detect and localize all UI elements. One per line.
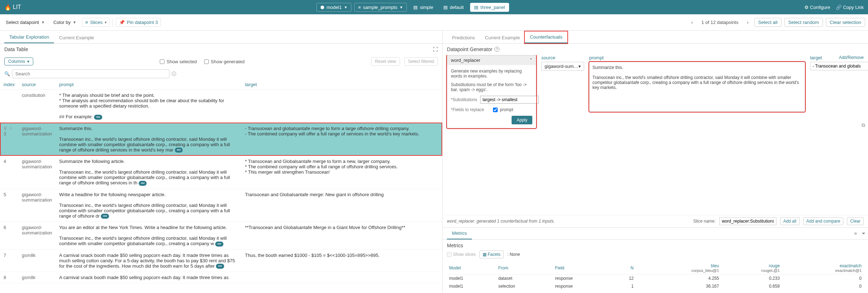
source-label: source (541, 55, 584, 60)
substitutions-input[interactable] (480, 96, 539, 104)
columns-button[interactable]: Columns▾ (4, 58, 33, 65)
app-name: LIT (13, 4, 21, 10)
reset-view-button[interactable]: Reset view (371, 57, 400, 66)
gear-icon: ⚙ (804, 5, 809, 10)
prompt-label: prompt (589, 55, 805, 60)
col-model[interactable]: Model (447, 262, 496, 274)
help-icon[interactable]: ⓘ (172, 71, 176, 77)
pin-datapoint-button[interactable]: 📌Pin datapoint 3 (116, 18, 161, 27)
select-datapoint-dropdown[interactable]: Select datapoint▼ (3, 18, 48, 26)
more-icon[interactable]: ••• (175, 148, 183, 153)
tab-counterfactuals[interactable]: Counterfactuals (525, 31, 567, 43)
drag-icon[interactable]: ≡ (852, 229, 859, 238)
pin-icon[interactable]: ⚲ (4, 126, 7, 131)
caret-down-icon: ▼ (399, 5, 403, 9)
selection-toolbar: Select datapoint▼ Color by▼ ≡Slices▾ 📌Pi… (0, 14, 868, 31)
add-remove-link[interactable]: Add/Remove (839, 55, 864, 60)
caret-down-icon: ▼ (344, 5, 347, 9)
add-all-button[interactable]: Add all (780, 217, 800, 225)
tab-metrics[interactable]: Metrics (447, 228, 472, 239)
col-target[interactable]: target (241, 80, 442, 90)
caret-down-icon: ▾ (27, 59, 29, 64)
model-selector[interactable]: ⬢model1▼ (316, 3, 351, 12)
show-generated-checkbox[interactable]: Show generated (204, 59, 245, 64)
layout-icon: ▤ (443, 5, 448, 10)
col-rouge[interactable]: rougerougeL@1 (721, 262, 782, 274)
word-replacer-header[interactable]: word_replacer˄ (447, 55, 536, 65)
layout-default[interactable]: ▤default (440, 3, 467, 12)
paging-text: 1 of 12 datapoints (699, 18, 741, 26)
table-row[interactable]: 8 gsm8k A carnival snack booth made $50 … (0, 272, 442, 283)
col-index[interactable]: index (0, 80, 18, 90)
target-label: targetAdd/Remove (810, 55, 864, 60)
layout-simple[interactable]: ▤simple (410, 3, 437, 12)
more-icon[interactable]: ••• (215, 242, 223, 247)
search-input[interactable] (12, 69, 169, 78)
slice-name-input[interactable] (719, 217, 776, 225)
right-tabs: Predictions Current Example Counterfactu… (443, 31, 868, 44)
prompt-textbox[interactable]: Summarize this.Transocean inc., the worl… (589, 62, 805, 112)
table-row[interactable]: 5 gigaword-summarization Write a headlin… (0, 189, 442, 222)
more-icon[interactable]: ••• (94, 115, 102, 120)
more-icon[interactable]: ••• (101, 214, 109, 219)
col-source[interactable]: source (18, 80, 56, 90)
col-bleu[interactable]: bleucorpus_bleu@1 (636, 262, 721, 274)
clear-button[interactable]: Clear (847, 217, 864, 225)
apply-button[interactable]: Apply (512, 116, 532, 124)
data-table-title: Data Table (4, 46, 28, 52)
select-all-button[interactable]: Select all (754, 18, 781, 27)
metrics-row: model1selectionresponse136.1670.6580 (447, 282, 864, 290)
star-icon[interactable]: ☆ (9, 126, 13, 131)
copy-icon[interactable]: ⧉ (862, 122, 865, 128)
slices-dropdown[interactable]: ≡Slices▾ (82, 18, 109, 27)
layout-icon: ▤ (474, 5, 478, 10)
target-input[interactable] (810, 62, 868, 70)
col-exact[interactable]: exactmatchexactmatch@1 (782, 262, 864, 274)
table-row[interactable]: constitution * The analysis should be br… (0, 90, 442, 123)
tab-current-example[interactable]: Current Example (480, 32, 525, 43)
left-pane: Tabular Exploration Current Example Data… (0, 31, 443, 293)
table-row-selected[interactable]: ⚲☆3 gigaword-summarization Summarize thi… (0, 123, 442, 156)
table-row[interactable]: 6 gigaword-summarization You are an edit… (0, 222, 442, 250)
right-pane: Predictions Current Example Counterfactu… (443, 31, 868, 293)
link-icon: 🔗 (836, 5, 842, 10)
caret-down-icon: ▼ (73, 20, 77, 24)
select-random-button[interactable]: Select random (784, 18, 823, 27)
cube-icon: ⬢ (320, 5, 324, 10)
tab-tabular-exploration[interactable]: Tabular Exploration (4, 31, 54, 43)
col-n[interactable]: N (612, 262, 636, 274)
clear-selection-button[interactable]: Clear selection (826, 18, 865, 27)
next-datapoint-button[interactable]: › (744, 18, 751, 26)
select-filtered-button[interactable]: Select filtered (404, 57, 438, 66)
prev-datapoint-button[interactable]: ‹ (689, 18, 696, 26)
source-dropdown[interactable]: gigaword-summarization▾ (541, 62, 584, 71)
help-icon[interactable]: ? (494, 47, 499, 52)
layout-three-panel[interactable]: ▤three_panel (470, 3, 509, 12)
tab-predictions[interactable]: Predictions (447, 32, 480, 43)
copy-link-button[interactable]: 🔗Copy Link (836, 5, 864, 10)
slices-icon: ≡ (85, 20, 88, 25)
dataset-selector[interactable]: ≡sample_prompts▼ (354, 3, 407, 12)
divider (113, 18, 113, 27)
grid-icon: ▦ (483, 252, 487, 257)
color-by-dropdown[interactable]: Color by▼ (50, 18, 79, 26)
show-slices-checkbox[interactable]: Show slices (447, 252, 475, 257)
fullscreen-icon[interactable]: ⛶ (433, 46, 438, 52)
tab-current-example[interactable]: Current Example (54, 32, 99, 43)
table-row[interactable]: 4 gigaword-summarization Summarize the f… (0, 156, 442, 189)
col-from[interactable]: From (496, 262, 553, 274)
col-field[interactable]: Field (553, 262, 611, 274)
top-bar: 🔥 LIT ⬢model1▼ ≡sample_prompts▼ ▤simple … (0, 0, 868, 14)
show-selected-checkbox[interactable]: Show selected (160, 59, 197, 64)
more-icon[interactable]: ••• (216, 264, 224, 269)
more-icon[interactable]: ••• (139, 181, 147, 186)
search-icon: 🔍 (4, 71, 10, 76)
caret-down-icon: ▾ (105, 20, 107, 24)
col-prompt[interactable]: prompt (56, 80, 242, 90)
filter-icon[interactable]: ⏷ (859, 229, 868, 238)
table-row[interactable]: 7 gsm8k A carnival snack booth made $50 … (0, 249, 442, 272)
prompt-field-checkbox[interactable]: prompt (493, 107, 513, 112)
add-compare-button[interactable]: Add and compare (803, 217, 844, 225)
configure-button[interactable]: ⚙Configure (804, 5, 830, 10)
facets-button[interactable]: ▦ Facets (479, 250, 504, 258)
